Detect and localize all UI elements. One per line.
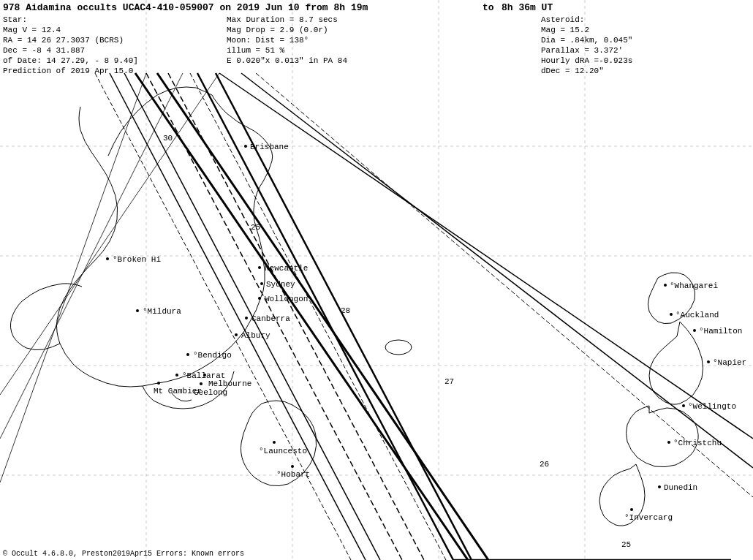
svg-point-53 [273, 441, 276, 444]
map-svg: Brisbane Newcastle Sydney Wollongon Canb… [0, 0, 753, 560]
svg-point-51 [200, 382, 203, 385]
svg-point-33 [258, 297, 261, 300]
svg-text:25: 25 [621, 540, 631, 549]
svg-text:Moon:   Dist = 138°: Moon: Dist = 138° [227, 36, 309, 45]
svg-text:dDec = 12.20": dDec = 12.20" [541, 67, 604, 75]
svg-text:E 0.020"x 0.013" in PA 84: E 0.020"x 0.013" in PA 84 [227, 56, 347, 65]
svg-text:°Whangarei: °Whangarei [670, 281, 718, 290]
svg-point-63 [707, 360, 710, 363]
svg-text:26: 26 [540, 460, 549, 469]
svg-point-71 [630, 508, 633, 511]
svg-point-59 [670, 313, 673, 316]
svg-text:27: 27 [444, 377, 454, 386]
svg-text:Melbourne: Melbourne [208, 379, 251, 388]
svg-point-27 [244, 145, 247, 148]
svg-point-43 [186, 353, 189, 356]
svg-text:illum = 51 %: illum = 51 % [227, 46, 285, 55]
svg-text:Mag = 15.2: Mag = 15.2 [541, 26, 589, 34]
svg-text:°Wellingto: °Wellingto [688, 402, 736, 411]
svg-text:© Occult 4.6.8.0, Preston2019A: © Occult 4.6.8.0, Preston2019Apr15 Error… [3, 550, 244, 558]
svg-text:Dec = -8  4 31.887: Dec = -8 4 31.887 [3, 46, 85, 55]
svg-text:Prediction of 2019 Apr 15.0: Prediction of 2019 Apr 15.0 [3, 67, 133, 75]
svg-text:°Hamilton: °Hamilton [699, 327, 742, 336]
svg-text:°Bendigo: °Bendigo [193, 351, 232, 360]
svg-text:°Invercarg: °Invercarg [624, 513, 673, 522]
svg-point-65 [682, 404, 685, 407]
svg-point-69 [658, 485, 661, 488]
svg-point-55 [291, 465, 294, 468]
svg-text:Canberra: Canberra [251, 314, 290, 323]
svg-rect-0 [0, 0, 753, 560]
svg-text:Mag V = 12.4: Mag V = 12.4 [3, 26, 61, 34]
svg-point-35 [245, 317, 248, 319]
svg-text:28: 28 [341, 306, 350, 315]
svg-text:Sydney: Sydney [266, 280, 295, 289]
svg-text:of Date: 14 27.29, - 8  9.40]: of Date: 14 27.29, - 8 9.40] [3, 56, 138, 65]
svg-point-29 [258, 266, 261, 269]
svg-point-31 [260, 282, 263, 285]
svg-text:°Napier: °Napier [713, 358, 746, 367]
svg-point-47 [203, 374, 206, 377]
svg-point-49 [157, 382, 160, 385]
svg-text:Max Duration =  8.7 secs: Max Duration = 8.7 secs [227, 15, 338, 24]
svg-text:Asteroid:: Asteroid: [541, 15, 584, 24]
svg-text:8h 36m UT: 8h 36m UT [502, 2, 553, 13]
svg-text:25: 25 [251, 223, 260, 232]
svg-text:Brisbane: Brisbane [250, 143, 289, 151]
svg-text:Dia =  .84km,  0.045": Dia = .84km, 0.045" [541, 36, 632, 45]
svg-text:°Christchu: °Christchu [673, 439, 722, 447]
svg-text:°Auckland: °Auckland [676, 311, 719, 319]
svg-point-45 [175, 374, 178, 377]
svg-text:Geelong: Geelong [194, 388, 227, 397]
svg-text:Hourly dRA =-0.923s: Hourly dRA =-0.923s [541, 56, 632, 65]
svg-text:Newcastle: Newcastle [265, 264, 308, 273]
svg-text:Dunedin: Dunedin [664, 483, 697, 492]
main-container: Brisbane Newcastle Sydney Wollongon Canb… [0, 0, 753, 560]
svg-point-41 [136, 309, 139, 312]
svg-text:to: to [483, 2, 494, 13]
svg-point-39 [106, 257, 109, 260]
svg-point-67 [667, 441, 670, 444]
svg-text:RA = 14 26 27.3037  (BCRS): RA = 14 26 27.3037 (BCRS) [3, 36, 124, 45]
svg-text:Mag Drop =  2.9  (0.0r): Mag Drop = 2.9 (0.0r) [227, 26, 328, 34]
svg-text:Star:: Star: [3, 15, 27, 24]
svg-text:°Broken Hi: °Broken Hi [113, 255, 161, 264]
svg-text:Wollongon: Wollongon [265, 295, 308, 303]
svg-point-57 [664, 284, 667, 287]
svg-text:°Launcesto: °Launcesto [259, 447, 307, 455]
svg-point-61 [693, 329, 696, 332]
svg-point-37 [235, 333, 238, 336]
svg-text:°Mildura: °Mildura [143, 307, 181, 316]
svg-text:Albury: Albury [241, 331, 270, 340]
svg-text:978 Aidamina occults UCAC4-410: 978 Aidamina occults UCAC4-410-059007 on… [3, 2, 368, 13]
svg-text:°Hobart: °Hobart [276, 470, 310, 479]
svg-text:30: 30 [163, 134, 173, 143]
svg-text:Parallax = 3.372': Parallax = 3.372' [541, 46, 623, 55]
